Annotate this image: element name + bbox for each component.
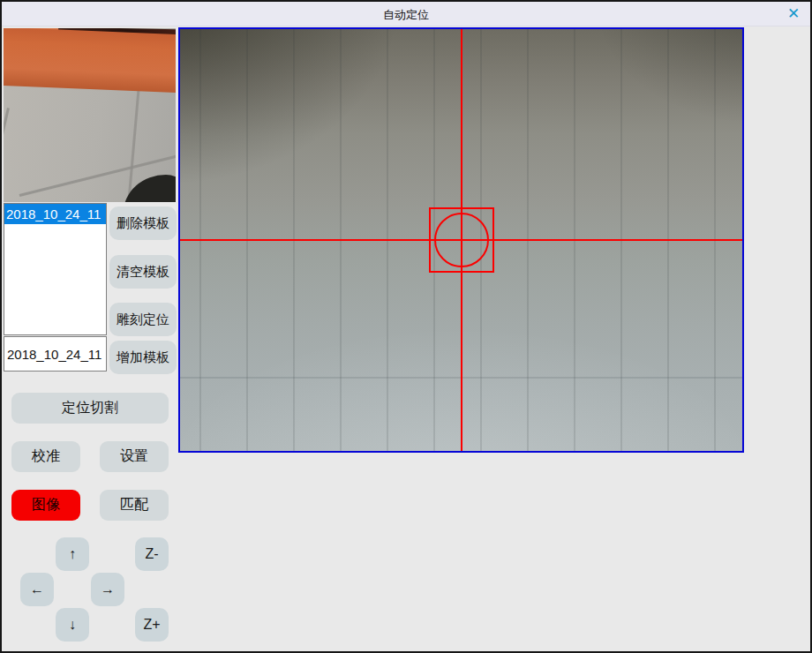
thumb-orange-band — [4, 28, 176, 93]
engrave-position-button[interactable]: 雕刻定位 — [109, 303, 177, 336]
title-bar: 自动定位 ✕ — [2, 2, 810, 26]
z-minus-button[interactable]: Z- — [135, 537, 169, 571]
add-template-button[interactable]: 增加模板 — [109, 341, 177, 374]
jog-left-button[interactable]: ← — [20, 573, 54, 606]
z-plus-button[interactable]: Z+ — [135, 608, 169, 642]
template-list[interactable]: 2018_10_24_11 — [4, 203, 107, 335]
jog-right-button[interactable]: → — [91, 573, 124, 606]
delete-template-button[interactable]: 删除模板 — [109, 206, 177, 240]
template-name-input[interactable] — [4, 336, 107, 372]
settings-button[interactable]: 设置 — [100, 441, 169, 472]
jog-down-button[interactable]: ↓ — [56, 608, 89, 642]
template-thumbnail — [4, 28, 176, 202]
jog-up-button[interactable]: ↑ — [56, 537, 89, 571]
calibrate-button[interactable]: 校准 — [11, 441, 80, 472]
clear-templates-button[interactable]: 清空模板 — [109, 255, 177, 289]
window-title: 自动定位 — [2, 7, 810, 23]
list-item[interactable]: 2018_10_24_11 — [4, 204, 106, 224]
close-icon[interactable]: ✕ — [784, 4, 803, 24]
camera-view[interactable] — [178, 27, 744, 453]
match-button[interactable]: 匹配 — [100, 490, 169, 521]
position-cut-button[interactable]: 定位切割 — [11, 393, 169, 424]
image-button[interactable]: 图像 — [11, 490, 80, 521]
target-circle — [434, 213, 489, 267]
thumb-tile-line — [4, 108, 10, 202]
